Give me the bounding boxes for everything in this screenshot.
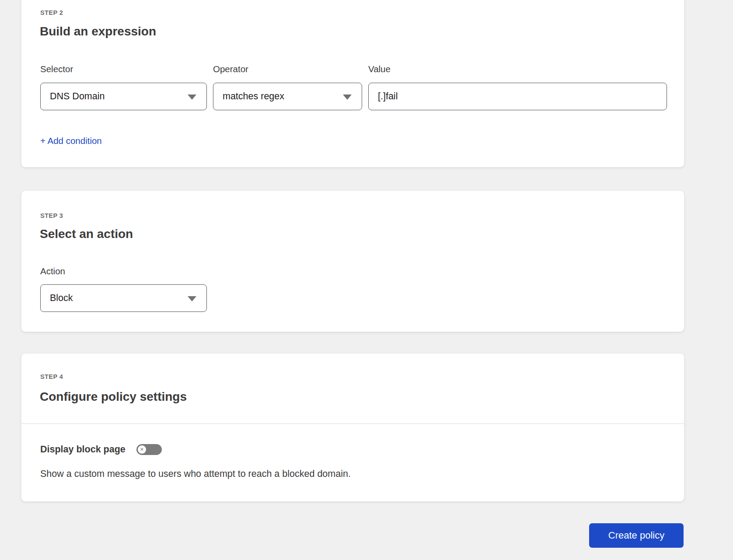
build-expression-card: STEP 2 Build an expression Selector Oper… — [21, 0, 684, 168]
add-condition-link[interactable]: + Add condition — [40, 136, 102, 146]
selector-select[interactable]: DNS Domain — [40, 83, 207, 110]
display-block-page-row: Display block page ✕ — [40, 444, 162, 455]
chevron-down-icon — [188, 94, 196, 100]
x-circle-icon: ✕ — [138, 445, 146, 454]
build-expression-title: Build an expression — [40, 24, 156, 38]
display-block-page-description: Show a custom message to users who attem… — [40, 468, 351, 480]
step2-label: STEP 2 — [40, 9, 63, 16]
operator-label: Operator — [213, 64, 248, 74]
value-label: Value — [368, 64, 391, 74]
selector-label: Selector — [40, 64, 73, 74]
display-block-page-label: Display block page — [40, 444, 126, 455]
value-input[interactable] — [368, 83, 667, 110]
operator-select-value: matches regex — [223, 91, 284, 102]
action-label: Action — [40, 266, 65, 276]
selector-select-value: DNS Domain — [50, 91, 105, 102]
select-action-title: Select an action — [40, 227, 133, 241]
action-select-value: Block — [50, 293, 73, 304]
action-select[interactable]: Block — [40, 284, 207, 312]
card-divider — [21, 424, 684, 424]
operator-select[interactable]: matches regex — [213, 83, 362, 110]
policy-settings-card: STEP 4 Configure policy settings Display… — [21, 353, 684, 502]
display-block-page-toggle[interactable]: ✕ — [136, 444, 162, 455]
step3-label: STEP 3 — [40, 212, 63, 219]
create-policy-button[interactable]: Create policy — [589, 523, 684, 548]
chevron-down-icon — [188, 296, 196, 301]
select-action-card: STEP 3 Select an action Action Block — [21, 190, 684, 332]
policy-settings-title: Configure policy settings — [40, 389, 187, 404]
step4-label: STEP 4 — [40, 373, 63, 380]
chevron-down-icon — [343, 94, 352, 100]
